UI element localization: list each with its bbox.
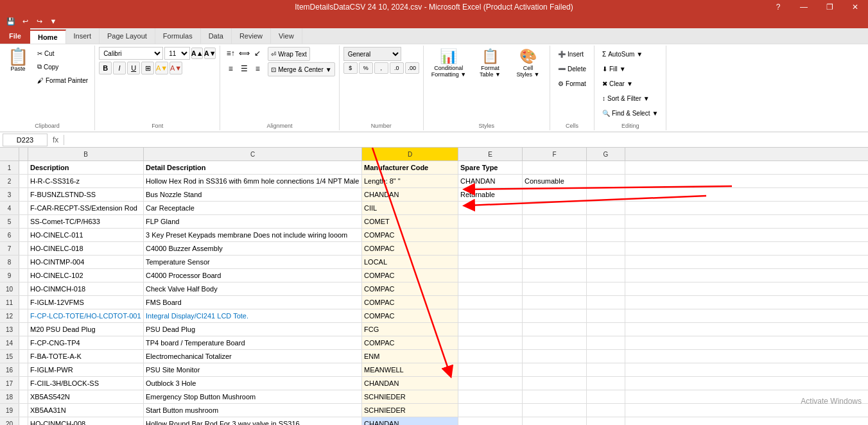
formula-expand-button[interactable]: fx [50,135,61,144]
bold-button[interactable]: B [99,62,112,74]
cell[interactable] [587,377,625,390]
col-header-g[interactable]: G [587,148,625,160]
currency-button[interactable]: $ [343,62,358,74]
fill-button[interactable]: ⬇ Fill▼ [598,62,662,76]
cell[interactable] [587,188,625,201]
cell[interactable] [458,417,523,425]
cell[interactable] [587,229,625,241]
cell[interactable] [587,363,625,376]
cut-button[interactable]: ✂ Cut [35,47,91,60]
cell[interactable]: PSU Site Monitor [144,363,362,376]
cell[interactable] [458,202,523,214]
cell[interactable]: COMPAC [362,242,458,255]
cell[interactable] [458,323,523,336]
cell[interactable]: C4000 Processor Board [144,269,362,282]
cell[interactable]: HO-CINTMP-004 [28,256,144,268]
review-tab[interactable]: Review [232,28,271,44]
minimize-button[interactable]: — [791,0,817,14]
cell[interactable] [458,350,523,363]
cell[interactable]: ENM [362,350,458,363]
insert-cell-button[interactable]: ➕ Insert [554,47,590,61]
cell[interactable]: F-IGLM-12VFMS [28,296,144,309]
cell[interactable] [523,417,587,425]
cell[interactable]: C4000 Buzzer Assembly [144,242,362,255]
cell[interactable]: HO-CINMCH-018 [28,282,144,295]
cell[interactable] [458,363,523,376]
align-top-right[interactable]: ↙ [251,47,264,60]
font-color-button[interactable]: A▼ [169,62,182,74]
cell[interactable] [523,188,587,201]
cell[interactable] [523,323,587,336]
cell[interactable] [523,256,587,268]
align-top-left[interactable]: ≡↑ [224,47,237,60]
cell[interactable] [587,390,625,403]
cell[interactable]: Manufacturer Code [362,161,458,174]
cell[interactable]: FCG [362,323,458,336]
cell[interactable]: SS-Comet-TC/P/H633 [28,215,144,228]
cell[interactable] [587,309,625,322]
cell[interactable] [587,256,625,268]
cell[interactable] [587,296,625,309]
align-top-center[interactable]: ⟺ [238,47,250,60]
cell-reference-input[interactable] [3,134,48,146]
decrease-decimal[interactable]: .00 [405,62,419,74]
cell[interactable] [19,404,28,417]
number-format-select[interactable]: General [343,47,401,61]
align-right[interactable]: ≡ [251,62,264,75]
cell[interactable]: F-CP-CNG-TP4 [28,336,144,349]
font-size-increase[interactable]: A▲ [191,48,203,59]
cell[interactable] [587,336,625,349]
increase-decimal[interactable]: .0 [390,62,404,74]
file-tab[interactable]: File [0,28,30,44]
cell[interactable] [458,282,523,295]
cell[interactable] [19,256,28,268]
cell[interactable] [587,202,625,214]
cell[interactable] [19,202,28,214]
cell[interactable] [19,336,28,349]
cell[interactable] [523,161,587,174]
cell[interactable]: FMS Board [144,296,362,309]
cell[interactable] [523,350,587,363]
col-header-a[interactable] [19,148,28,160]
cell[interactable]: CHANDAN [362,377,458,390]
format-cell-button[interactable]: ⚙ Format [554,76,590,91]
close-button[interactable]: ✕ [842,0,868,14]
cell[interactable] [587,350,625,363]
cell[interactable] [523,390,587,403]
cell[interactable] [523,404,587,417]
cell[interactable] [458,390,523,403]
cell[interactable]: Hollow Hex Rod in SS316 with 6mm hole co… [144,175,362,187]
cell[interactable] [587,269,625,282]
cell[interactable]: Consumable [523,175,587,187]
cell[interactable]: HO-CINELC-011 [28,229,144,241]
cell[interactable]: LOCAL [362,256,458,268]
cell[interactable]: Returnable [458,188,523,201]
cell[interactable] [587,242,625,255]
cell[interactable]: MEANWELL [362,363,458,376]
cell[interactable]: Start Button mushroom [144,404,362,417]
cell[interactable]: PSU Dead Plug [144,323,362,336]
cell[interactable] [523,296,587,309]
cell[interactable]: CHANDAN [362,188,458,201]
cell[interactable] [19,175,28,187]
maximize-button[interactable]: ❐ [817,0,842,14]
cell[interactable] [458,215,523,228]
autosum-button[interactable]: Σ AutoSum▼ [598,47,662,61]
cell[interactable] [19,269,28,282]
paste-button[interactable]: 📋 Paste [4,47,32,73]
italic-button[interactable]: I [113,62,126,74]
redo-quick-btn[interactable]: ↪ [33,15,45,27]
cell[interactable] [523,377,587,390]
cell[interactable] [19,296,28,309]
cell[interactable]: Temperature Sensor [144,256,362,268]
view-tab[interactable]: View [271,28,302,44]
align-center[interactable]: ☰ [238,62,250,75]
col-header-e[interactable]: E [458,148,523,160]
cell[interactable]: SCHNIEDER [362,404,458,417]
undo-quick-btn[interactable]: ↩ [19,15,31,27]
cell[interactable]: CHANDAN [458,175,523,187]
page-layout-tab[interactable]: Page Layout [100,28,155,44]
format-painter-button[interactable]: 🖌 Format Painter [35,74,91,87]
cell[interactable] [523,309,587,322]
cell[interactable]: F-CP-LCD-TOTE/HO-LCDTOT-001 [28,309,144,322]
